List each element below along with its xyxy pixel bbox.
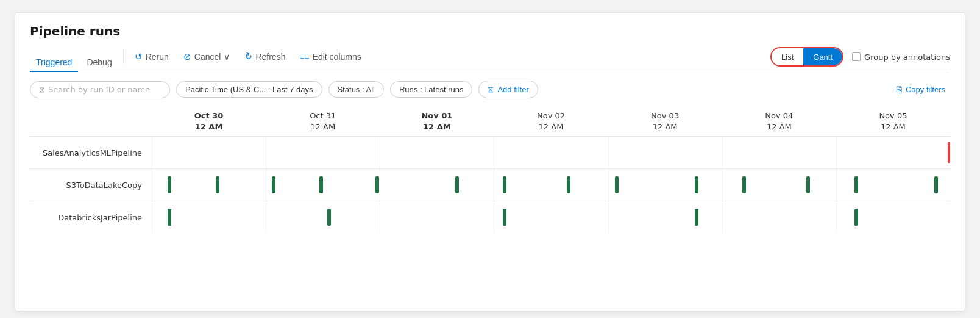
refresh-label: Refresh <box>255 52 285 62</box>
search-filter-icon: ⧖ <box>39 85 44 95</box>
gantt-col-header: Nov 0412 AM <box>722 110 836 132</box>
gantt-col-header: Nov 0112 AM <box>380 110 494 132</box>
gantt-grid-col <box>494 201 608 233</box>
gantt-grid-col <box>722 137 836 168</box>
copy-icon: ⎘ <box>897 84 902 95</box>
view-toggle: List Gantt <box>770 47 843 67</box>
gantt-row-label: S3ToDataLakeCopy <box>30 181 152 190</box>
bar-segment <box>934 176 938 193</box>
bar-segment <box>615 176 619 193</box>
gantt-grid-col <box>266 137 380 168</box>
copy-filters-button[interactable]: ⎘ Copy filters <box>892 81 950 98</box>
bar-segment <box>168 209 171 226</box>
cancel-icon: ⊘ <box>183 51 191 62</box>
group-annotations-label: Group by annotations <box>864 52 950 62</box>
copy-filters-label: Copy filters <box>906 85 945 94</box>
page-title: Pipeline runs <box>30 24 950 38</box>
gantt-grid-col <box>380 137 494 168</box>
group-annotations-checkbox[interactable] <box>852 52 861 61</box>
gantt-grid <box>152 201 950 233</box>
bar-segment <box>319 176 323 193</box>
bar-segment <box>168 176 171 193</box>
edit-columns-button[interactable]: ≡≡ Edit columns <box>294 48 367 65</box>
add-filter-label: Add filter <box>497 85 528 94</box>
bar-segment <box>503 209 506 226</box>
cancel-button[interactable]: ⊘ Cancel ∨ <box>177 48 236 66</box>
bar-segment <box>742 176 746 193</box>
gantt-grid-col <box>494 169 608 201</box>
add-filter-icon: ⧖ <box>488 84 494 95</box>
gantt-grid-col <box>608 201 722 233</box>
toolbar-divider-1 <box>123 49 124 64</box>
gantt-grid-col <box>494 137 608 168</box>
gantt-grid-col <box>722 201 836 233</box>
bar-segment <box>806 176 810 193</box>
refresh-button[interactable]: ↻ Refresh <box>238 48 291 66</box>
gantt-col-header: Nov 0212 AM <box>494 110 608 132</box>
bar-segment <box>375 176 379 193</box>
rerun-button[interactable]: ↺ Rerun <box>129 48 175 66</box>
rerun-icon: ↺ <box>135 51 143 62</box>
runs-filter-chip[interactable]: Runs : Latest runs <box>390 81 473 98</box>
bar-segment <box>854 209 858 226</box>
gantt-chart: Oct 3012 AMOct 3112 AMNov 0112 AMNov 021… <box>30 110 950 233</box>
red-bar-indicator <box>948 142 950 163</box>
status-filter-chip[interactable]: Status : All <box>328 81 384 98</box>
tab-triggered[interactable]: Triggered <box>30 54 78 72</box>
gantt-row: S3ToDataLakeCopy <box>30 168 950 201</box>
bar-segment <box>503 176 506 193</box>
gantt-col-header: Oct 3112 AM <box>266 110 380 132</box>
bar-segment <box>854 176 858 193</box>
gantt-grid-col <box>152 137 266 168</box>
rerun-label: Rerun <box>146 52 169 62</box>
gantt-grid-col <box>836 201 950 233</box>
bar-segment <box>327 209 331 226</box>
gantt-row-bars <box>152 169 950 201</box>
gantt-grid-col <box>836 137 950 168</box>
gantt-col-header: Nov 0512 AM <box>836 110 950 132</box>
bar-segment <box>216 176 219 193</box>
gantt-grid-col <box>722 169 836 201</box>
bar-segment <box>455 176 459 193</box>
gantt-grid-col <box>266 201 380 233</box>
cancel-label: Cancel <box>194 52 221 62</box>
gantt-row-bars <box>152 201 950 233</box>
list-view-button[interactable]: List <box>772 48 803 65</box>
group-annotations-container: Group by annotations <box>852 52 950 62</box>
cancel-chevron: ∨ <box>224 52 230 62</box>
toolbar: Triggered Debug ↺ Rerun ⊘ Cancel ∨ ↻ Ref… <box>30 47 950 73</box>
gantt-row: DatabricksJarPipeline <box>30 201 950 233</box>
bar-segment <box>567 176 570 193</box>
gantt-row-label: DatabricksJarPipeline <box>30 213 152 222</box>
time-filter-chip[interactable]: Pacific Time (US & C... : Last 7 days <box>176 81 322 98</box>
gantt-row-label: SalesAnalyticsMLPipeline <box>30 148 152 157</box>
edit-columns-icon: ≡≡ <box>300 52 309 62</box>
add-filter-button[interactable]: ⧖ Add filter <box>478 81 538 98</box>
refresh-icon: ↻ <box>243 50 254 63</box>
gantt-row: SalesAnalyticsMLPipeline <box>30 136 950 168</box>
gantt-row-bars <box>152 137 950 168</box>
gantt-rows: SalesAnalyticsMLPipelineS3ToDataLakeCopy… <box>30 136 950 233</box>
bar-segment <box>695 209 698 226</box>
search-input[interactable]: ⧖ Search by run ID or name <box>30 81 170 98</box>
pipeline-runs-card: Pipeline runs Triggered Debug ↺ Rerun ⊘ … <box>15 12 965 311</box>
bar-segment <box>272 176 275 193</box>
gantt-grid-col <box>836 169 950 201</box>
gantt-col-header: Nov 0312 AM <box>608 110 722 132</box>
tab-debug[interactable]: Debug <box>80 54 118 72</box>
gantt-col-header: Oct 3012 AM <box>152 110 266 132</box>
search-placeholder: Search by run ID or name <box>48 85 150 94</box>
gantt-view-button[interactable]: Gantt <box>803 48 842 65</box>
filter-row: ⧖ Search by run ID or name Pacific Time … <box>30 81 950 98</box>
gantt-grid-col <box>608 137 722 168</box>
gantt-grid <box>152 137 950 168</box>
gantt-grid-col <box>380 169 494 201</box>
bar-segment <box>695 176 698 193</box>
gantt-grid-col <box>380 201 494 233</box>
gantt-header: Oct 3012 AMOct 3112 AMNov 0112 AMNov 021… <box>152 110 950 132</box>
gantt-grid-col <box>608 169 722 201</box>
edit-columns-label: Edit columns <box>313 52 361 62</box>
